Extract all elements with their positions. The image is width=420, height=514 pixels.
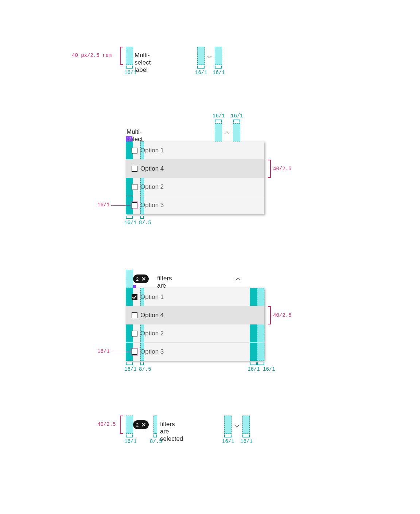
height-bracket xyxy=(120,47,123,65)
selected-count-tag[interactable]: 2 xyxy=(133,420,149,429)
option-row[interactable]: Option 1 xyxy=(126,141,264,160)
pad-bracket-panel-left xyxy=(126,362,133,365)
options-panel: Option 1 Option 4 Option 2 Option 3 xyxy=(126,288,264,361)
checkbox-icon[interactable] xyxy=(132,331,137,336)
checkbox-size-spec: 16/1 xyxy=(97,348,110,354)
option-row[interactable]: Option 3 xyxy=(126,343,264,361)
padding-swatch-left xyxy=(126,416,133,434)
pad-bracket-chev-left xyxy=(224,435,232,437)
options-panel: 12 Option 1 Option 4 Option 2 Option 3 xyxy=(126,141,264,214)
padding-swatch-chevron-left xyxy=(224,416,232,434)
pad-bracket-chev-left xyxy=(215,120,222,122)
pad-label-after-tag: 8/.5 xyxy=(150,439,162,444)
checkbox-icon[interactable] xyxy=(132,312,137,318)
tag-count: 2 xyxy=(133,276,141,282)
pad-label-after-checkbox: 8/.5 xyxy=(139,366,151,372)
pad-bracket-right-outer xyxy=(257,362,264,365)
pad-label-panel-left: 16/1 xyxy=(124,366,137,372)
pad-label-right-outer: 16/1 xyxy=(263,366,275,372)
option-label: Option 4 xyxy=(140,165,164,172)
chevron-up-icon[interactable] xyxy=(235,276,241,282)
height-bracket xyxy=(120,416,123,434)
row-height-bracket xyxy=(268,160,271,178)
pad-label-chev-right: 16/1 xyxy=(213,70,225,75)
height-spec: 40/2.5 xyxy=(97,421,116,427)
pad-bracket-left xyxy=(126,435,133,437)
pad-bracket-after-checkbox xyxy=(140,362,144,365)
row-height-spec: 40/2.5 xyxy=(273,312,291,318)
option-row[interactable]: Option 3 xyxy=(126,196,264,214)
pad-bracket-after-checkbox xyxy=(140,216,144,219)
option-label: Option 1 xyxy=(140,293,164,301)
padding-swatch-chevron-right xyxy=(215,47,222,65)
chevron-down-icon[interactable] xyxy=(207,53,213,59)
option-label: Option 3 xyxy=(140,202,164,209)
option-row[interactable]: Option 2 xyxy=(126,324,264,343)
option-label: Option 2 xyxy=(140,330,164,337)
checkbox-icon[interactable] xyxy=(132,166,137,172)
pad-label-left: 16/1 xyxy=(124,439,137,444)
option-label: Option 3 xyxy=(140,348,164,355)
checkbox-icon[interactable] xyxy=(132,202,137,208)
pad-label-panel-left: 16/1 xyxy=(124,220,137,226)
row-height-spec: 40/2.5 xyxy=(273,166,291,172)
option-row[interactable]: Option 4 xyxy=(126,160,264,178)
pad-bracket-panel-left xyxy=(126,216,133,219)
option-label: Option 4 xyxy=(140,312,164,319)
pad-bracket-chev-right xyxy=(215,66,222,69)
pad-bracket-chev-left xyxy=(197,66,205,69)
checkbox-icon[interactable] xyxy=(132,294,137,300)
padding-swatch-tagrow-left xyxy=(126,270,133,288)
checkbox-leadline xyxy=(111,205,131,206)
pad-label-after-checkbox: 8/.5 xyxy=(139,220,151,226)
checkbox-leadline xyxy=(111,352,131,352)
checkbox-icon[interactable] xyxy=(132,184,137,190)
pad-label-chev-left: 16/1 xyxy=(213,113,225,119)
chevron-up-icon[interactable] xyxy=(224,129,230,135)
option-row[interactable]: Option 1 xyxy=(126,288,264,306)
pad-bracket-after-tag xyxy=(153,435,157,437)
pad-bracket-left xyxy=(126,66,133,69)
pad-label-chev-right: 16/1 xyxy=(240,439,253,444)
checkbox-icon[interactable] xyxy=(132,349,137,355)
padding-swatch-chevron-left xyxy=(215,123,222,141)
chevron-down-icon[interactable] xyxy=(234,422,240,428)
option-label: Option 1 xyxy=(140,147,164,154)
pad-label-right-inner: 16/1 xyxy=(248,366,260,372)
pad-label-chev-right: 16/1 xyxy=(231,113,243,119)
option-row[interactable]: Option 4 xyxy=(126,306,264,324)
purple-marker xyxy=(133,285,136,288)
pad-label-chev-left: 16/1 xyxy=(222,439,234,444)
clear-icon[interactable] xyxy=(141,276,147,282)
checkbox-size-spec: 16/1 xyxy=(97,202,110,208)
checkbox-icon[interactable] xyxy=(132,148,137,153)
padding-swatch-chevron-right xyxy=(233,123,240,141)
row-height-bracket xyxy=(268,306,271,324)
pad-bracket-chev-right xyxy=(242,435,250,437)
pad-bracket-right-inner xyxy=(250,362,257,365)
tag-count: 2 xyxy=(133,422,141,428)
padding-swatch-chevron-right xyxy=(242,416,250,434)
badge-12: 12 xyxy=(126,136,132,141)
clear-icon[interactable] xyxy=(141,422,147,428)
padding-swatch-chevron-left xyxy=(197,47,205,65)
selected-count-tag[interactable]: 2 xyxy=(133,274,149,283)
pad-bracket-chev-right xyxy=(233,120,240,122)
option-row[interactable]: Option 2 xyxy=(126,178,264,196)
pad-label-left: 16/1 xyxy=(124,70,137,75)
pad-label-chev-left: 16/1 xyxy=(195,70,207,75)
height-spec: 40 px/2.5 rem xyxy=(72,52,112,58)
option-label: Option 2 xyxy=(140,183,164,191)
